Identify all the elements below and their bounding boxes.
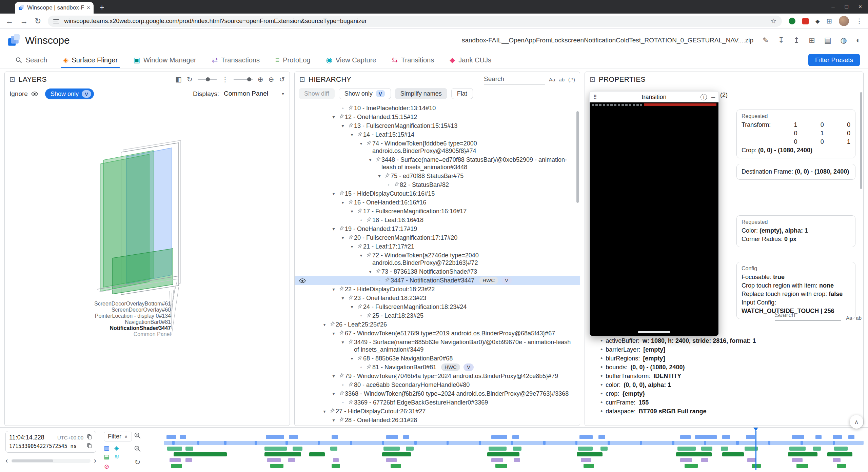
pin-icon[interactable] <box>365 252 372 258</box>
copy-icon[interactable] <box>86 442 93 450</box>
tree-row[interactable]: ▾73 - 8736138 NotificationShade#73 <box>295 267 580 276</box>
pin-icon[interactable] <box>365 216 372 223</box>
trace-segment[interactable] <box>332 464 340 468</box>
expand-arrow-icon[interactable]: ▾ <box>330 286 337 293</box>
window-minimize-icon[interactable]: – <box>831 3 834 10</box>
screenshot-overlay[interactable]: transition ⠿ i – <box>589 91 719 336</box>
trace-segment[interactable] <box>813 447 821 451</box>
tree-row[interactable]: ◦3369 - 67726bf EdgeBackGestureHandler0#… <box>295 398 580 407</box>
trace-segment[interactable] <box>608 441 610 445</box>
timeline-scroll-thumb[interactable] <box>12 459 53 462</box>
trace-segment[interactable] <box>495 464 507 468</box>
trace-segment[interactable] <box>386 458 397 462</box>
expand-arrow-icon[interactable]: ▾ <box>330 225 337 233</box>
panel-drag-icon[interactable]: ⊡ <box>9 75 15 83</box>
pin-icon[interactable] <box>347 381 354 388</box>
tree-row[interactable]: ▾21 - Leaf:17:17#21 <box>295 242 580 251</box>
trace-segment[interactable] <box>721 447 728 451</box>
timeline-filter-button[interactable]: Filter ∧ <box>104 432 132 441</box>
trace-segment[interactable] <box>514 458 520 462</box>
zoom-out-icon[interactable] <box>134 445 141 454</box>
expand-arrow-icon[interactable]: ▾ <box>357 140 365 147</box>
trace-segment[interactable] <box>704 441 706 445</box>
pin-icon[interactable] <box>365 312 372 318</box>
trace-segment[interactable] <box>180 435 186 439</box>
tree-row[interactable]: ▾20 - FullscreenMagnification:17:17#20 <box>295 233 580 242</box>
trace-segment[interactable] <box>174 452 227 456</box>
panel-drag-icon[interactable]: ⊡ <box>299 75 305 83</box>
trace-segment[interactable] <box>581 458 591 462</box>
tree-row[interactable]: ▾29 - FullscreenMagnification:26:27#29 <box>295 425 580 426</box>
tree-row[interactable]: ◦25 - Leaf:18:23#25 <box>295 311 580 320</box>
layer-label[interactable]: Common Panel <box>5 331 171 337</box>
trace-segment[interactable] <box>197 441 199 445</box>
hierarchy-search-input[interactable] <box>484 75 545 84</box>
trace-segment[interactable] <box>167 447 182 451</box>
match-case-icon[interactable]: Aa <box>549 77 555 82</box>
pin-icon[interactable] <box>347 338 354 345</box>
wm-trace-icon[interactable]: ▤ <box>104 453 113 460</box>
trace-segment[interactable] <box>224 441 226 445</box>
pin-icon[interactable] <box>356 131 363 137</box>
trace-segment[interactable] <box>815 435 822 439</box>
trace-segment[interactable] <box>270 464 283 468</box>
dark-mode-icon[interactable]: ◐ <box>856 36 861 45</box>
whole-word-icon[interactable]: ab <box>559 77 565 82</box>
timeline-row-transactions[interactable] <box>164 441 864 445</box>
pin-icon[interactable] <box>337 286 345 292</box>
timeline-row-surfaceflinger[interactable] <box>164 435 864 439</box>
trace-segment[interactable] <box>487 452 519 456</box>
timeline-prev-icon[interactable]: ‹ <box>5 457 8 465</box>
copy-icon[interactable] <box>86 434 93 441</box>
trace-segment[interactable] <box>382 441 384 445</box>
properties-scrollbar[interactable] <box>860 92 862 189</box>
reset-view-icon[interactable]: ↺ <box>279 75 285 83</box>
tree-row[interactable]: ◦80 - ace6abb SecondaryHomeHandle0#80 <box>295 380 580 389</box>
trace-segment[interactable] <box>722 435 730 439</box>
trace-segment[interactable] <box>309 452 324 456</box>
expand-arrow-icon[interactable]: ▾ <box>339 338 347 346</box>
layer-label[interactable]: NotificationShade#3447 <box>5 325 171 331</box>
pin-icon[interactable] <box>347 104 354 111</box>
address-bar[interactable]: ☆ <box>48 16 782 27</box>
pin-icon[interactable] <box>365 363 372 370</box>
extension-green-icon[interactable] <box>789 18 795 24</box>
expand-arrow-icon[interactable]: ▾ <box>321 321 328 328</box>
trace-segment[interactable] <box>491 458 503 462</box>
trace-segment[interactable] <box>834 447 847 451</box>
expand-arrow-icon[interactable]: ▾ <box>330 113 337 121</box>
trace-segment[interactable] <box>676 452 712 456</box>
trace-segment[interactable] <box>414 441 417 445</box>
trace-segment[interactable] <box>598 435 606 439</box>
new-tab-button[interactable]: + <box>100 4 104 12</box>
trace-segment[interactable] <box>255 441 257 445</box>
pin-icon[interactable] <box>347 425 354 426</box>
bookmark-star-icon[interactable]: ☆ <box>770 17 776 25</box>
trace-segment[interactable] <box>685 464 698 468</box>
regex-icon[interactable]: (.*) <box>568 77 575 82</box>
trace-segment[interactable] <box>403 435 410 439</box>
pin-icon[interactable] <box>347 399 354 405</box>
expand-arrow-icon[interactable]: ▾ <box>339 425 347 426</box>
zoom-in-icon[interactable]: ⊕ <box>258 75 263 83</box>
protolog-trace-icon[interactable]: ≋ <box>114 453 123 460</box>
trace-segment[interactable] <box>801 441 803 445</box>
trace-segment[interactable] <box>577 452 603 456</box>
expand-arrow-icon[interactable]: ▾ <box>321 408 328 415</box>
trace-segment[interactable] <box>600 447 608 451</box>
tab-transitions[interactable]: ⇆Transitions <box>385 52 441 68</box>
trace-segment[interactable] <box>512 435 519 439</box>
trace-segment[interactable] <box>796 464 808 468</box>
tree-row[interactable]: ▾79 - WindowToken{7046b4a type=2024 andr… <box>295 372 580 380</box>
tree-row[interactable]: ▾74 - WindowToken{fdddbe6 type=2000 andr… <box>295 139 580 155</box>
trace-segment[interactable] <box>701 458 708 462</box>
properties-search-input[interactable] <box>775 311 841 321</box>
trace-segment[interactable] <box>722 452 744 456</box>
expand-arrow-icon[interactable]: ▾ <box>330 330 337 337</box>
trace-segment[interactable] <box>185 458 192 462</box>
tree-row[interactable]: ▾67 - WindowToken{e5176f9 type=2019 andr… <box>295 329 580 338</box>
ignore-toggle[interactable]: Ignore <box>9 90 38 98</box>
expand-arrow-icon[interactable]: ▾ <box>330 390 337 397</box>
tab-jank-cujs[interactable]: ◆Jank CUJs <box>443 52 498 68</box>
tree-row[interactable]: ▾27 - HideDisplayCutout:26:31#27 <box>295 407 580 416</box>
